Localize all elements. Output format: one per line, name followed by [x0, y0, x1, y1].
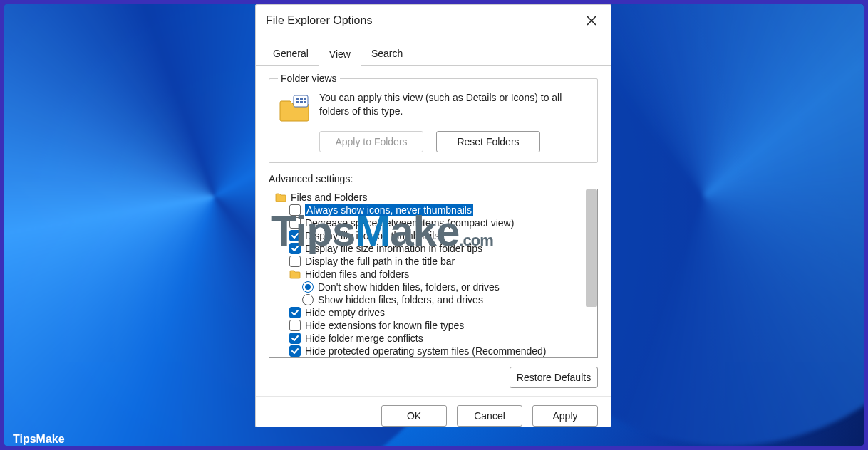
- folder-icon: [275, 192, 286, 202]
- checkbox[interactable]: [289, 320, 301, 331]
- tree-item-label: Display the full path in the title bar: [305, 256, 455, 267]
- tree-subgroup-label: Hidden files and folders: [305, 268, 409, 280]
- advanced-settings-list[interactable]: Files and FoldersAlways show icons, neve…: [269, 189, 598, 358]
- radio[interactable]: [302, 281, 314, 293]
- tab-view[interactable]: View: [319, 43, 361, 66]
- tree-group-label: Files and Folders: [291, 192, 367, 203]
- folder-views-legend: Folder views: [278, 73, 340, 84]
- site-footer-label: TipsMake: [13, 433, 65, 446]
- checkbox[interactable]: [289, 204, 301, 216]
- svg-rect-5: [300, 101, 303, 103]
- titlebar: File Explorer Options: [256, 5, 611, 36]
- folder-views-group: Folder views You can apply this view (su…: [269, 73, 598, 163]
- tab-general[interactable]: General: [263, 43, 319, 66]
- dialog-footer-buttons: OK Cancel Apply: [256, 396, 611, 427]
- tree-item[interactable]: Hide folder merge conflicts: [272, 332, 584, 345]
- checkbox[interactable]: [289, 345, 301, 357]
- tabs: General View Search: [256, 36, 611, 66]
- tab-search[interactable]: Search: [361, 43, 413, 66]
- checkbox[interactable]: [289, 217, 301, 229]
- tree-item[interactable]: Hide empty drives: [272, 306, 584, 319]
- tree-item-label: Hide protected operating system files (R…: [305, 345, 547, 357]
- tree-item-label: Always show icons, never thumbnails: [305, 204, 473, 216]
- checkbox[interactable]: [289, 256, 301, 267]
- tree-item[interactable]: Hide extensions for known file types: [272, 319, 584, 332]
- tree-item[interactable]: Display file icon on thumbnails: [272, 229, 584, 242]
- tree-item-label: Hide folder merge conflicts: [305, 333, 423, 344]
- tree-item-label: Display file size information in folder …: [305, 243, 482, 254]
- tree-subgroup-hidden-files: Hidden files and folders: [272, 268, 584, 281]
- checkbox[interactable]: [289, 307, 301, 318]
- svg-rect-3: [304, 98, 306, 100]
- tree-item-label: Don't show hidden files, folders, or dri…: [318, 281, 500, 293]
- tree-item[interactable]: Display file size information in folder …: [272, 242, 584, 255]
- tree-item-label: Hide extensions for known file types: [305, 320, 464, 331]
- checkbox[interactable]: [289, 333, 301, 344]
- tree-item[interactable]: Hide protected operating system files (R…: [272, 345, 584, 357]
- checkbox[interactable]: [289, 243, 301, 254]
- close-button[interactable]: [582, 11, 601, 30]
- tree-item[interactable]: Show hidden files, folders, and drives: [272, 293, 584, 306]
- radio[interactable]: [302, 294, 314, 305]
- tree-item-label: Display file icon on thumbnails: [305, 230, 439, 241]
- tree-item[interactable]: Display the full path in the title bar: [272, 255, 584, 268]
- dialog-title: File Explorer Options: [266, 14, 582, 27]
- tree-item-label: Show hidden files, folders, and drives: [318, 294, 483, 305]
- close-icon: [587, 16, 596, 26]
- ok-button[interactable]: OK: [381, 405, 447, 427]
- checkbox[interactable]: [289, 230, 301, 241]
- tree-item-label: Hide empty drives: [305, 307, 385, 318]
- scrollbar-thumb[interactable]: [586, 189, 597, 307]
- svg-rect-2: [300, 98, 303, 100]
- tree-item-label: Decrease space between items (compact vi…: [305, 217, 514, 229]
- cancel-button[interactable]: Cancel: [457, 405, 522, 427]
- folder-views-icon: [278, 91, 311, 124]
- svg-rect-1: [296, 98, 299, 100]
- folder-icon: [289, 269, 301, 279]
- tree-item[interactable]: Always show icons, never thumbnails: [272, 204, 584, 216]
- reset-folders-button[interactable]: Reset Folders: [436, 131, 540, 152]
- advanced-settings-label: Advanced settings:: [269, 173, 598, 184]
- apply-button[interactable]: Apply: [532, 405, 598, 427]
- dialog-content: Folder views You can apply this view (su…: [256, 66, 611, 396]
- tree-item[interactable]: Don't show hidden files, folders, or dri…: [272, 281, 584, 293]
- restore-defaults-button[interactable]: Restore Defaults: [510, 367, 598, 388]
- tree-item[interactable]: Decrease space between items (compact vi…: [272, 216, 584, 229]
- svg-rect-4: [296, 101, 299, 103]
- tree-group-files-and-folders: Files and Folders: [272, 191, 584, 204]
- apply-to-folders-button: Apply to Folders: [319, 131, 423, 152]
- file-explorer-options-dialog: File Explorer Options General View Searc…: [255, 4, 611, 427]
- svg-rect-6: [304, 101, 306, 103]
- folder-views-text: You can apply this view (such as Details…: [319, 91, 589, 124]
